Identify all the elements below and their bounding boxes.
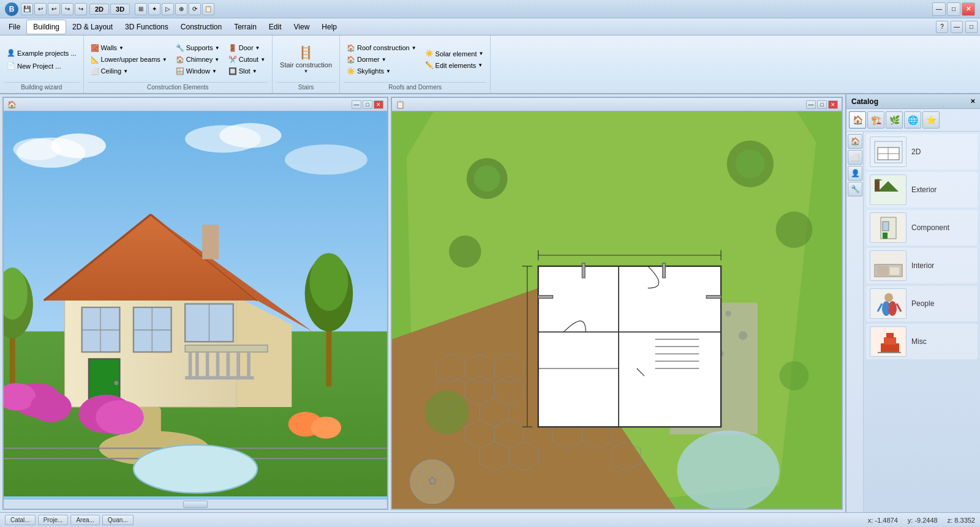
walls-btn[interactable]: 🧱 Walls ▼ [88, 43, 170, 53]
slot-btn[interactable]: 🔲 Slot ▼ [225, 66, 268, 77]
menu-construction[interactable]: Construction [175, 20, 228, 34]
scene-2d[interactable]: ✿ [392, 111, 842, 509]
catalog-item-interior[interactable]: Interior [866, 248, 978, 283]
status-tab-project[interactable]: Proje... [38, 515, 69, 525]
cutout-btn[interactable]: ✂️ Cutout ▼ [225, 54, 268, 65]
catalog-item-component[interactable]: Component [866, 210, 978, 245]
scene-3d[interactable] [4, 111, 387, 496]
menu-building[interactable]: Building [26, 20, 66, 34]
menu-3d-functions[interactable]: 3D Functions [119, 20, 175, 34]
lower-upper-beams-btn[interactable]: 📐 Lower/upper beams ▼ [88, 54, 170, 65]
menu-terrain[interactable]: Terrain [228, 20, 263, 34]
undo-btn[interactable]: ↩ [34, 3, 47, 15]
catalog-tool-fav[interactable]: ⭐ [922, 111, 940, 129]
menu-help[interactable]: Help [315, 20, 343, 34]
catalog-tool-home[interactable]: 🏗️ [867, 111, 884, 129]
expand-icon[interactable]: □ [965, 21, 978, 33]
cat-nav-grid[interactable]: ⬜ [848, 150, 862, 165]
catalog-tool-terrain[interactable]: 🌿 [886, 111, 903, 129]
slot-icon: 🔲 [228, 67, 237, 75]
svg-point-6 [285, 144, 368, 174]
redo-btn[interactable]: ↪ [61, 3, 74, 15]
catalog-item-exterior[interactable]: Exterior [866, 172, 978, 207]
toolbar-btn3[interactable]: ▷ [162, 3, 174, 15]
panel-2d-controls: — □ ✕ [806, 100, 838, 109]
svg-rect-27 [195, 352, 199, 379]
status-bar: Catal... Proje... Area... Quan... x: -1.… [0, 512, 980, 527]
maximize-btn[interactable]: □ [947, 2, 960, 16]
roof-construction-btn[interactable]: 🏠 Roof construction ▼ [344, 43, 420, 53]
settings-icon[interactable]: — [951, 21, 963, 33]
catalog-item-2d[interactable]: 2D [866, 134, 978, 170]
panel-3d-controls: — □ ✕ [352, 100, 383, 109]
svg-point-129 [884, 293, 893, 302]
catalog-toolbar: 🏠 🏗️ 🌿 🌐 ⭐ [846, 109, 980, 132]
catalog-item-people[interactable]: People [866, 286, 978, 321]
catalog-tool-3d[interactable]: 🏠 [849, 111, 866, 129]
example-projects-btn[interactable]: 👤 Example projects ... [4, 48, 80, 58]
menu-view[interactable]: View [288, 20, 316, 34]
toolbar-btn4[interactable]: ⊕ [175, 3, 187, 15]
status-tab-catalog[interactable]: Catal... [5, 515, 36, 525]
app-logo: B [5, 2, 18, 16]
toolbar-btn5[interactable]: ⟳ [189, 3, 201, 15]
2d-toggle[interactable]: 2D [89, 4, 109, 15]
status-tab-area[interactable]: Area... [70, 515, 99, 525]
menu-file[interactable]: File [2, 20, 26, 34]
panel-2d-close[interactable]: ✕ [828, 100, 838, 109]
panel-2d-maximize[interactable]: □ [817, 100, 827, 109]
undo2-btn[interactable]: ↩ [48, 3, 60, 15]
door-btn[interactable]: 🚪 Door ▼ [225, 43, 268, 53]
toolbar-btn1[interactable]: ⊞ [135, 3, 147, 15]
panel-2d-minimize[interactable]: — [806, 100, 816, 109]
new-project-btn[interactable]: 📄 New Project ... [4, 61, 80, 71]
close-btn[interactable]: ✕ [962, 2, 975, 16]
menu-2d-layout[interactable]: 2D & Layout [66, 20, 119, 34]
ribbon-group-wizard: 👤 Example projects ... 📄 New Project ...… [0, 36, 84, 93]
window-btn[interactable]: 🪟 Window ▼ [173, 66, 223, 77]
svg-point-103 [736, 149, 765, 179]
3d-scrollbar-thumb[interactable] [183, 501, 208, 508]
chimney-btn[interactable]: 🏠 Chimney ▼ [173, 54, 223, 65]
cat-label-component: Component [911, 223, 949, 232]
cat-label-misc: Misc [911, 337, 927, 346]
skylights-btn[interactable]: ☀️ Skylights ▼ [344, 66, 420, 77]
svg-point-49 [134, 445, 257, 493]
catalog-tool-world[interactable]: 🌐 [904, 111, 921, 129]
status-tab-quantity[interactable]: Quan... [102, 515, 134, 525]
catalog-close[interactable]: ✕ [970, 98, 975, 105]
help-icon[interactable]: ? [936, 21, 948, 33]
beams-arrow: ▼ [162, 57, 167, 62]
cat-nav-tool[interactable]: 🔧 [848, 182, 862, 196]
svg-point-75 [725, 311, 731, 317]
redo2-btn[interactable]: ↪ [75, 3, 87, 15]
svg-point-3 [13, 138, 61, 160]
supports-btn[interactable]: 🔧 Supports ▼ [173, 43, 223, 53]
svg-point-24 [114, 381, 118, 385]
cat-label-interior: Interior [911, 261, 934, 270]
svg-rect-32 [247, 352, 251, 379]
3d-scrollbar[interactable] [4, 499, 387, 509]
solar-element-btn[interactable]: ☀️ Solar element ▼ [422, 48, 487, 59]
save-btn[interactable]: 💾 [21, 3, 33, 15]
panel-3d-maximize[interactable]: □ [363, 100, 372, 109]
catalog-item-misc[interactable]: Misc [866, 324, 978, 359]
edit-elements-btn[interactable]: ✏️ Edit elements ▼ [422, 60, 487, 70]
toolbar-btn6[interactable]: 📋 [202, 3, 214, 15]
minimize-btn[interactable]: — [932, 2, 946, 16]
cat-nav-person[interactable]: 👤 [848, 166, 862, 181]
menu-edit[interactable]: Edit [263, 20, 288, 34]
ceiling-btn[interactable]: ⬜ Ceiling ▼ [88, 66, 170, 77]
panel-3d-minimize[interactable]: — [352, 100, 361, 109]
dormer-btn[interactable]: 🏠 Dormer ▼ [344, 54, 420, 65]
panel-3d-close[interactable]: ✕ [374, 100, 383, 109]
ribbon: 👤 Example projects ... 📄 New Project ...… [0, 36, 980, 94]
svg-point-51 [311, 417, 341, 439]
chimney-icon: 🏠 [176, 56, 184, 64]
cat-nav-house[interactable]: 🏠 [848, 134, 862, 149]
stair-construction-btn[interactable]: 🪜 Stair construction ▼ [276, 43, 336, 77]
3d-toggle[interactable]: 3D [110, 4, 130, 15]
cat-label-2d: 2D [911, 148, 921, 156]
toolbar-btn2[interactable]: ✦ [148, 3, 160, 15]
status-tabs: Catal... Proje... Area... Quan... [5, 515, 134, 525]
